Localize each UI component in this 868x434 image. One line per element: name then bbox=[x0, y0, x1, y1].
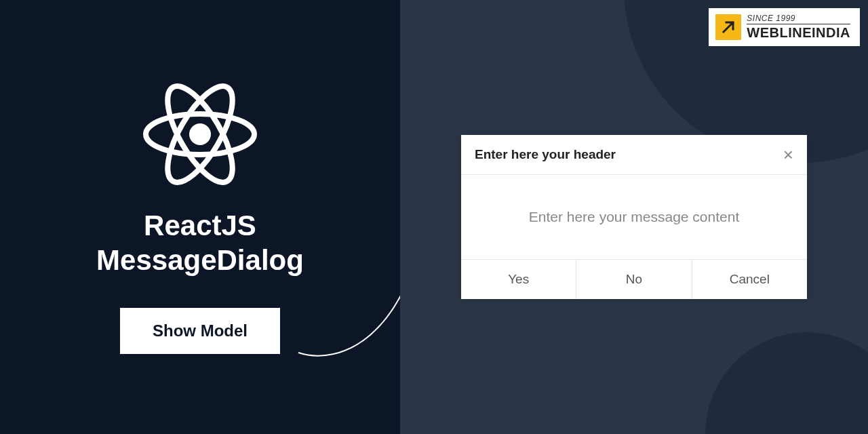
close-icon[interactable]: × bbox=[783, 146, 793, 163]
brand-badge: SINCE 1999 WEBLINEINDIA bbox=[709, 8, 860, 46]
brand-since: SINCE 1999 bbox=[747, 14, 850, 24]
title-line-1: ReactJS bbox=[144, 210, 256, 241]
left-panel: ReactJS MessageDialog Show Model bbox=[0, 0, 400, 434]
dialog-header-text: Enter here your header bbox=[475, 147, 616, 162]
brand-name: WEBLINEINDIA bbox=[747, 25, 850, 41]
dialog-footer: Yes No Cancel bbox=[461, 259, 807, 299]
right-panel: Enter here your header × Enter here your… bbox=[400, 0, 868, 434]
show-model-button[interactable]: Show Model bbox=[120, 308, 280, 354]
react-icon bbox=[139, 80, 261, 189]
blob-bottom-decoration bbox=[705, 332, 868, 434]
dialog-header: Enter here your header × bbox=[461, 135, 807, 175]
svg-point-3 bbox=[189, 123, 211, 145]
arrow-decoration bbox=[271, 190, 400, 366]
brand-arrow-icon bbox=[715, 14, 741, 40]
dialog-body: Enter here your message content bbox=[461, 175, 807, 259]
brand-text: SINCE 1999 WEBLINEINDIA bbox=[747, 14, 850, 41]
cancel-button[interactable]: Cancel bbox=[692, 260, 807, 299]
yes-button[interactable]: Yes bbox=[461, 260, 576, 299]
message-dialog: Enter here your header × Enter here your… bbox=[461, 135, 807, 299]
no-button[interactable]: No bbox=[576, 260, 692, 299]
main-container: ReactJS MessageDialog Show Model Enter h… bbox=[0, 0, 868, 434]
